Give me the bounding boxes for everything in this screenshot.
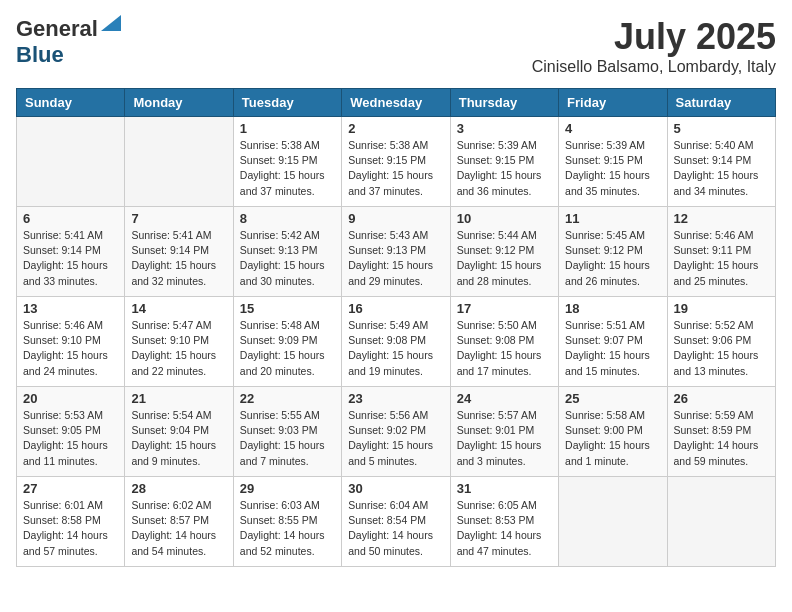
calendar-header-sunday: Sunday (17, 89, 125, 117)
day-info: Sunrise: 5:42 AMSunset: 9:13 PMDaylight:… (240, 228, 335, 289)
calendar-cell (667, 477, 775, 567)
calendar-header-wednesday: Wednesday (342, 89, 450, 117)
calendar-week-row: 13Sunrise: 5:46 AMSunset: 9:10 PMDayligh… (17, 297, 776, 387)
calendar-cell: 30Sunrise: 6:04 AMSunset: 8:54 PMDayligh… (342, 477, 450, 567)
day-info: Sunrise: 5:56 AMSunset: 9:02 PMDaylight:… (348, 408, 443, 469)
day-number: 31 (457, 481, 552, 496)
day-info: Sunrise: 5:38 AMSunset: 9:15 PMDaylight:… (240, 138, 335, 199)
calendar-cell: 3Sunrise: 5:39 AMSunset: 9:15 PMDaylight… (450, 117, 558, 207)
day-info: Sunrise: 5:43 AMSunset: 9:13 PMDaylight:… (348, 228, 443, 289)
day-number: 12 (674, 211, 769, 226)
calendar-cell: 20Sunrise: 5:53 AMSunset: 9:05 PMDayligh… (17, 387, 125, 477)
day-info: Sunrise: 6:01 AMSunset: 8:58 PMDaylight:… (23, 498, 118, 559)
calendar-cell: 29Sunrise: 6:03 AMSunset: 8:55 PMDayligh… (233, 477, 341, 567)
calendar-cell (17, 117, 125, 207)
calendar-week-row: 27Sunrise: 6:01 AMSunset: 8:58 PMDayligh… (17, 477, 776, 567)
calendar-cell: 13Sunrise: 5:46 AMSunset: 9:10 PMDayligh… (17, 297, 125, 387)
day-number: 29 (240, 481, 335, 496)
location-title: Cinisello Balsamo, Lombardy, Italy (532, 58, 776, 76)
calendar-table: SundayMondayTuesdayWednesdayThursdayFrid… (16, 88, 776, 567)
calendar-cell: 18Sunrise: 5:51 AMSunset: 9:07 PMDayligh… (559, 297, 667, 387)
calendar-cell: 24Sunrise: 5:57 AMSunset: 9:01 PMDayligh… (450, 387, 558, 477)
title-section: July 2025 Cinisello Balsamo, Lombardy, I… (532, 16, 776, 76)
day-number: 25 (565, 391, 660, 406)
calendar-week-row: 20Sunrise: 5:53 AMSunset: 9:05 PMDayligh… (17, 387, 776, 477)
day-number: 20 (23, 391, 118, 406)
calendar-cell: 12Sunrise: 5:46 AMSunset: 9:11 PMDayligh… (667, 207, 775, 297)
calendar-week-row: 1Sunrise: 5:38 AMSunset: 9:15 PMDaylight… (17, 117, 776, 207)
day-info: Sunrise: 5:41 AMSunset: 9:14 PMDaylight:… (131, 228, 226, 289)
day-info: Sunrise: 5:45 AMSunset: 9:12 PMDaylight:… (565, 228, 660, 289)
day-number: 4 (565, 121, 660, 136)
calendar-week-row: 6Sunrise: 5:41 AMSunset: 9:14 PMDaylight… (17, 207, 776, 297)
day-info: Sunrise: 5:53 AMSunset: 9:05 PMDaylight:… (23, 408, 118, 469)
logo: General Blue (16, 16, 121, 68)
day-number: 19 (674, 301, 769, 316)
day-number: 17 (457, 301, 552, 316)
day-number: 8 (240, 211, 335, 226)
day-info: Sunrise: 5:58 AMSunset: 9:00 PMDaylight:… (565, 408, 660, 469)
calendar-cell: 4Sunrise: 5:39 AMSunset: 9:15 PMDaylight… (559, 117, 667, 207)
day-info: Sunrise: 5:46 AMSunset: 9:10 PMDaylight:… (23, 318, 118, 379)
calendar-cell (559, 477, 667, 567)
calendar-header-saturday: Saturday (667, 89, 775, 117)
day-info: Sunrise: 5:44 AMSunset: 9:12 PMDaylight:… (457, 228, 552, 289)
day-number: 14 (131, 301, 226, 316)
day-info: Sunrise: 5:59 AMSunset: 8:59 PMDaylight:… (674, 408, 769, 469)
calendar-cell: 22Sunrise: 5:55 AMSunset: 9:03 PMDayligh… (233, 387, 341, 477)
calendar-header-row: SundayMondayTuesdayWednesdayThursdayFrid… (17, 89, 776, 117)
day-info: Sunrise: 5:47 AMSunset: 9:10 PMDaylight:… (131, 318, 226, 379)
calendar-cell: 9Sunrise: 5:43 AMSunset: 9:13 PMDaylight… (342, 207, 450, 297)
calendar-cell: 7Sunrise: 5:41 AMSunset: 9:14 PMDaylight… (125, 207, 233, 297)
day-number: 24 (457, 391, 552, 406)
day-info: Sunrise: 5:51 AMSunset: 9:07 PMDaylight:… (565, 318, 660, 379)
day-number: 5 (674, 121, 769, 136)
day-info: Sunrise: 5:38 AMSunset: 9:15 PMDaylight:… (348, 138, 443, 199)
calendar-cell: 26Sunrise: 5:59 AMSunset: 8:59 PMDayligh… (667, 387, 775, 477)
calendar-cell: 25Sunrise: 5:58 AMSunset: 9:00 PMDayligh… (559, 387, 667, 477)
day-number: 21 (131, 391, 226, 406)
day-number: 1 (240, 121, 335, 136)
calendar-header-monday: Monday (125, 89, 233, 117)
day-number: 2 (348, 121, 443, 136)
day-number: 3 (457, 121, 552, 136)
calendar-cell: 28Sunrise: 6:02 AMSunset: 8:57 PMDayligh… (125, 477, 233, 567)
day-info: Sunrise: 6:02 AMSunset: 8:57 PMDaylight:… (131, 498, 226, 559)
day-number: 23 (348, 391, 443, 406)
calendar-cell: 21Sunrise: 5:54 AMSunset: 9:04 PMDayligh… (125, 387, 233, 477)
calendar-cell: 15Sunrise: 5:48 AMSunset: 9:09 PMDayligh… (233, 297, 341, 387)
day-number: 13 (23, 301, 118, 316)
day-info: Sunrise: 6:04 AMSunset: 8:54 PMDaylight:… (348, 498, 443, 559)
day-number: 6 (23, 211, 118, 226)
day-number: 15 (240, 301, 335, 316)
page-header: General Blue July 2025 Cinisello Balsamo… (16, 16, 776, 76)
day-number: 28 (131, 481, 226, 496)
day-number: 11 (565, 211, 660, 226)
calendar-cell: 27Sunrise: 6:01 AMSunset: 8:58 PMDayligh… (17, 477, 125, 567)
day-number: 30 (348, 481, 443, 496)
calendar-cell: 8Sunrise: 5:42 AMSunset: 9:13 PMDaylight… (233, 207, 341, 297)
day-info: Sunrise: 6:03 AMSunset: 8:55 PMDaylight:… (240, 498, 335, 559)
day-info: Sunrise: 5:55 AMSunset: 9:03 PMDaylight:… (240, 408, 335, 469)
logo-wing-icon (101, 15, 121, 35)
day-number: 9 (348, 211, 443, 226)
day-number: 7 (131, 211, 226, 226)
calendar-cell: 31Sunrise: 6:05 AMSunset: 8:53 PMDayligh… (450, 477, 558, 567)
calendar-cell: 5Sunrise: 5:40 AMSunset: 9:14 PMDaylight… (667, 117, 775, 207)
day-number: 27 (23, 481, 118, 496)
calendar-cell: 17Sunrise: 5:50 AMSunset: 9:08 PMDayligh… (450, 297, 558, 387)
svg-marker-0 (101, 15, 121, 31)
day-info: Sunrise: 5:39 AMSunset: 9:15 PMDaylight:… (457, 138, 552, 199)
day-number: 16 (348, 301, 443, 316)
day-info: Sunrise: 5:50 AMSunset: 9:08 PMDaylight:… (457, 318, 552, 379)
day-info: Sunrise: 5:52 AMSunset: 9:06 PMDaylight:… (674, 318, 769, 379)
day-info: Sunrise: 5:49 AMSunset: 9:08 PMDaylight:… (348, 318, 443, 379)
calendar-cell: 1Sunrise: 5:38 AMSunset: 9:15 PMDaylight… (233, 117, 341, 207)
day-info: Sunrise: 5:41 AMSunset: 9:14 PMDaylight:… (23, 228, 118, 289)
logo-blue: Blue (16, 42, 64, 67)
day-info: Sunrise: 5:54 AMSunset: 9:04 PMDaylight:… (131, 408, 226, 469)
day-info: Sunrise: 5:46 AMSunset: 9:11 PMDaylight:… (674, 228, 769, 289)
month-title: July 2025 (532, 16, 776, 58)
calendar-cell: 6Sunrise: 5:41 AMSunset: 9:14 PMDaylight… (17, 207, 125, 297)
calendar-cell: 16Sunrise: 5:49 AMSunset: 9:08 PMDayligh… (342, 297, 450, 387)
